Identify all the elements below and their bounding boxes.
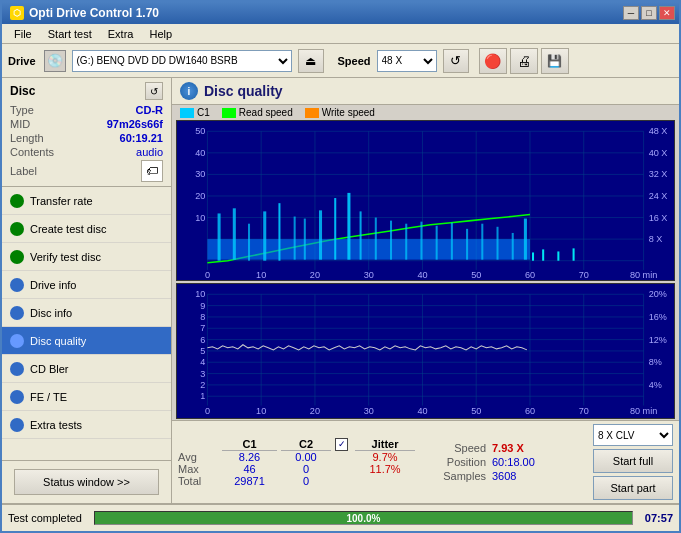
write-speed-legend-box <box>305 108 319 118</box>
svg-text:20: 20 <box>310 270 320 280</box>
svg-text:10: 10 <box>195 290 205 300</box>
svg-rect-49 <box>390 221 392 260</box>
menu-file[interactable]: File <box>6 26 40 42</box>
status-text: Test completed <box>8 512 82 524</box>
svg-rect-39 <box>248 224 250 261</box>
svg-text:12%: 12% <box>649 335 667 345</box>
titlebar: ⬡ Opti Drive Control 1.70 ─ □ ✕ <box>2 2 679 24</box>
svg-text:5: 5 <box>200 346 205 356</box>
sidebar-item-drive-info[interactable]: Drive info <box>2 271 171 299</box>
sidebar-item-extra-tests[interactable]: Extra tests <box>2 411 171 439</box>
svg-text:32 X: 32 X <box>649 169 668 179</box>
samples-value: 3608 <box>492 470 516 482</box>
disc-refresh-button[interactable]: ↺ <box>145 82 163 100</box>
c1-legend-label: C1 <box>197 107 210 118</box>
sidebar-item-disc-quality[interactable]: Disc quality <box>2 327 171 355</box>
nav-icon-extra-tests <box>10 418 24 432</box>
sidebar-item-transfer-rate[interactable]: Transfer rate <box>2 187 171 215</box>
stats-table: C1 C2 ✓ Jitter Avg 8.26 0.00 9.7% Max 46… <box>178 438 415 487</box>
svg-text:0: 0 <box>205 270 210 280</box>
eject-button[interactable]: ⏏ <box>298 49 324 73</box>
chart1: 50 40 30 20 10 0 10 20 30 40 50 60 70 <box>176 120 675 281</box>
clv-select[interactable]: 8 X CLV 16 X CLV 24 X CLV 48 X MAX <box>593 424 673 446</box>
nav-items: Transfer rate Create test disc Verify te… <box>2 187 171 460</box>
disc-label-icon-button[interactable]: 🏷 <box>141 160 163 182</box>
status-window-area: Status window >> <box>2 460 171 503</box>
sidebar-item-cd-bler[interactable]: CD Bler <box>2 355 171 383</box>
stats-area: C1 C2 ✓ Jitter Avg 8.26 0.00 9.7% Max 46… <box>172 420 679 503</box>
write-speed-legend-label: Write speed <box>322 107 375 118</box>
action-icon-2[interactable]: 🖨 <box>510 48 538 74</box>
svg-text:80 min: 80 min <box>630 270 657 280</box>
sidebar-item-disc-info[interactable]: Disc info <box>2 299 171 327</box>
svg-text:70: 70 <box>579 406 589 416</box>
menu-start-test[interactable]: Start test <box>40 26 100 42</box>
speed-select[interactable]: 48 X40 X32 X24 X16 X8 X <box>377 50 437 72</box>
speed-pos-samples: Speed 7.93 X Position 60:18.00 Samples 3… <box>431 442 535 482</box>
close-button[interactable]: ✕ <box>659 6 675 20</box>
c1-header: C1 <box>222 438 277 451</box>
start-part-button[interactable]: Start part <box>593 476 673 500</box>
sidebar-item-fe-te[interactable]: FE / TE <box>2 383 171 411</box>
refresh-drive-button[interactable]: ↺ <box>443 49 469 73</box>
action-icon-3[interactable]: 💾 <box>541 48 569 74</box>
svg-text:16 X: 16 X <box>649 213 668 223</box>
svg-text:0: 0 <box>205 406 210 416</box>
svg-text:70: 70 <box>579 270 589 280</box>
svg-text:9: 9 <box>200 301 205 311</box>
sidebar-item-verify-test-disc[interactable]: Verify test disc <box>2 243 171 271</box>
disc-contents-label: Contents <box>10 146 54 158</box>
nav-icon-disc-quality <box>10 334 24 348</box>
c1-avg: 8.26 <box>222 451 277 463</box>
disc-mid-value: 97m26s66f <box>107 118 163 130</box>
svg-text:50: 50 <box>471 406 481 416</box>
menu-extra[interactable]: Extra <box>100 26 142 42</box>
max-label: Max <box>178 463 218 475</box>
window-title: Opti Drive Control 1.70 <box>29 6 159 20</box>
time-display: 07:57 <box>645 512 673 524</box>
svg-rect-41 <box>278 203 280 261</box>
svg-text:60: 60 <box>525 270 535 280</box>
jitter-header: Jitter <box>355 438 415 451</box>
disc-quality-icon: i <box>180 82 198 100</box>
svg-text:16%: 16% <box>649 312 667 322</box>
action-icon-1[interactable]: 🔴 <box>479 48 507 74</box>
disc-type-value: CD-R <box>136 104 164 116</box>
nav-icon-cd-bler <box>10 362 24 376</box>
svg-text:4%: 4% <box>649 380 662 390</box>
svg-rect-46 <box>347 193 350 260</box>
menu-help[interactable]: Help <box>141 26 180 42</box>
svg-text:8%: 8% <box>649 357 662 367</box>
chart2-svg: 10 9 8 7 6 5 4 3 2 1 0 10 20 3 <box>177 284 674 418</box>
chart2: 10 9 8 7 6 5 4 3 2 1 0 10 20 3 <box>176 283 675 419</box>
svg-text:30: 30 <box>364 406 374 416</box>
svg-text:4: 4 <box>200 357 205 367</box>
read-speed-legend-label: Read speed <box>239 107 293 118</box>
svg-text:20: 20 <box>195 191 205 201</box>
jitter-checkbox[interactable]: ✓ <box>335 438 348 451</box>
status-window-button[interactable]: Status window >> <box>14 469 159 495</box>
read-speed-legend-box <box>222 108 236 118</box>
svg-rect-54 <box>466 229 468 260</box>
svg-text:6: 6 <box>200 335 205 345</box>
window-body: Disc ↺ Type CD-R MID 97m26s66f Length 60… <box>2 78 679 503</box>
maximize-button[interactable]: □ <box>641 6 657 20</box>
svg-text:40: 40 <box>195 148 205 158</box>
titlebar-buttons: ─ □ ✕ <box>623 6 675 20</box>
start-full-button[interactable]: Start full <box>593 449 673 473</box>
svg-rect-60 <box>542 249 544 260</box>
svg-text:10: 10 <box>256 270 266 280</box>
svg-text:20: 20 <box>310 406 320 416</box>
disc-quality-title: Disc quality <box>204 83 283 99</box>
drive-select[interactable]: (G:) BENQ DVD DD DW1640 BSRB <box>72 50 292 72</box>
svg-text:30: 30 <box>195 169 205 179</box>
disc-section-title: Disc <box>10 84 35 98</box>
charts-area: 50 40 30 20 10 0 10 20 30 40 50 60 70 <box>172 120 679 420</box>
sidebar-item-create-test-disc[interactable]: Create test disc <box>2 215 171 243</box>
avg-label: Avg <box>178 451 218 463</box>
svg-text:80 min: 80 min <box>630 406 657 416</box>
svg-text:10: 10 <box>195 213 205 223</box>
minimize-button[interactable]: ─ <box>623 6 639 20</box>
svg-rect-50 <box>405 224 407 260</box>
nav-icon-disc-info <box>10 306 24 320</box>
